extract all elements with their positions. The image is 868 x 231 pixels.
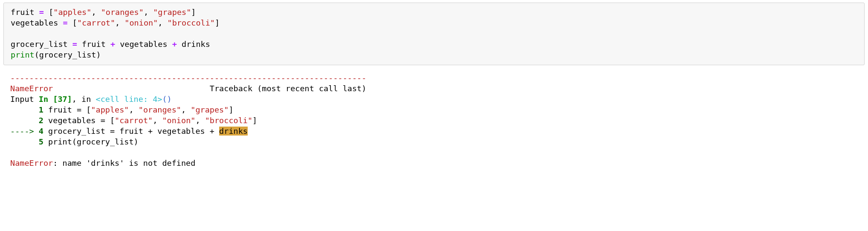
sp <box>43 105 48 114</box>
tok: vegetables <box>157 127 210 136</box>
tok: "carrot" <box>115 116 153 125</box>
tok: = <box>101 116 105 125</box>
tok: ] <box>252 116 257 125</box>
notebook-cell: fruit = ["apples", "oranges", "grapes"] … <box>0 3 868 170</box>
assign-op: = <box>68 40 82 49</box>
paren-close: ) <box>96 50 101 59</box>
output-traceback: ----------------------------------------… <box>3 71 865 170</box>
comma: , <box>91 8 101 17</box>
indent <box>10 137 39 146</box>
code-line-1: fruit = ["apples", "oranges", "grapes"] <box>11 8 196 17</box>
tok: = <box>110 127 115 136</box>
traceback-rule: ----------------------------------------… <box>10 73 366 82</box>
tok: "oranges" <box>139 105 181 114</box>
arg-grocery-list: grocery_list <box>39 50 96 59</box>
spacer <box>53 84 210 93</box>
tok: ] <box>229 105 233 114</box>
sp <box>81 105 86 114</box>
code-line-5: print(grocery_list) <box>11 50 101 59</box>
comma: , <box>115 18 124 27</box>
var-vegetables: vegetables <box>11 18 58 27</box>
traceback-src-line-2: 2 vegetables = ["carrot", "onion", "broc… <box>10 116 257 125</box>
indent <box>10 116 39 125</box>
error-name: NameError <box>10 84 53 93</box>
bracket-open: [ <box>72 18 77 27</box>
tok: , <box>195 116 205 125</box>
tok: [ <box>110 116 115 125</box>
traceback-final: NameError: name 'drinks' is not defined <box>10 159 195 167</box>
var-ref-drinks: drinks <box>182 40 210 49</box>
highlighted-name-drinks: drinks <box>219 127 248 136</box>
tok: "grapes" <box>191 105 229 114</box>
traceback-src-line-4: ----> 4 grocery_list = fruit + vegetable… <box>10 127 248 136</box>
string-literal: "carrot" <box>77 18 115 27</box>
tok: "onion" <box>162 116 195 125</box>
tok: ( <box>72 137 77 146</box>
traceback-src-line-1: 1 fruit = ["apples", "oranges", "grapes"… <box>10 105 234 114</box>
traceback-header: NameError Traceback (most recent call la… <box>10 84 366 93</box>
tok: = <box>77 105 81 114</box>
tok: ) <box>134 137 139 146</box>
tok: + <box>148 127 153 136</box>
tok: grocery_list <box>48 127 110 136</box>
bracket-open: [ <box>49 8 53 17</box>
sp <box>153 127 157 136</box>
string-literal: "grapes" <box>153 8 191 17</box>
traceback-src-line-5: 5 print(grocery_list) <box>10 137 139 146</box>
bracket-close: ] <box>215 18 220 27</box>
var-ref-vegetables: vegetables <box>120 40 167 49</box>
in-comma: , in <box>72 95 96 104</box>
tok: "apples" <box>91 105 129 114</box>
lineno-2: 2 <box>39 116 43 125</box>
lineno-4: 4 <box>39 127 43 136</box>
var-fruit: fruit <box>11 8 35 17</box>
sp <box>43 116 48 125</box>
traceback-input-line: Input In [37], in <cell line: 4>() <box>10 95 172 104</box>
code-line-2: vegetables = ["carrot", "onion", "brocco… <box>11 18 220 27</box>
tok: grocery_list <box>77 137 134 146</box>
cell-line-ref: <cell line: 4> <box>96 95 162 104</box>
tok: , <box>153 116 162 125</box>
plus-op: + <box>106 40 120 49</box>
assign-op: = <box>58 18 72 27</box>
var-ref-fruit: fruit <box>82 40 106 49</box>
assign-op: = <box>35 8 49 17</box>
final-error-name: NameError <box>10 159 53 167</box>
sp <box>214 127 219 136</box>
paren-open: ( <box>35 50 39 59</box>
var-grocery-list: grocery_list <box>11 40 68 49</box>
sp <box>43 137 48 146</box>
in-number: In [37] <box>39 95 72 104</box>
sp <box>105 116 110 125</box>
code-input-cell[interactable]: fruit = ["apples", "oranges", "grapes"] … <box>3 3 865 65</box>
tok: vegetables <box>48 116 101 125</box>
final-error-msg: : name 'drinks' is not defined <box>53 159 195 167</box>
code-line-4: grocery_list = fruit + vegetables + drin… <box>11 40 210 49</box>
lineno-1: 1 <box>39 105 43 114</box>
call-parens: () <box>162 95 171 104</box>
bracket-close: ] <box>191 8 196 17</box>
tok: fruit <box>48 105 77 114</box>
sp <box>43 127 48 136</box>
string-literal: "apples" <box>53 8 91 17</box>
indent <box>10 105 39 114</box>
tok: fruit <box>119 127 148 136</box>
input-label: Input <box>10 95 39 104</box>
sp <box>115 127 119 136</box>
tok: "broccoli" <box>205 116 252 125</box>
error-arrow: ----> <box>10 127 39 136</box>
plus-op: + <box>168 40 182 49</box>
string-literal: "onion" <box>124 18 158 27</box>
tok: [ <box>86 105 91 114</box>
tok: , <box>181 105 191 114</box>
traceback-label: Traceback (most recent call last) <box>210 84 367 93</box>
builtin-print: print <box>11 50 35 59</box>
tok: print <box>48 137 72 146</box>
comma: , <box>158 18 167 27</box>
lineno-5: 5 <box>39 137 43 146</box>
string-literal: "oranges" <box>101 8 144 17</box>
tok: , <box>129 105 138 114</box>
comma: , <box>144 8 153 17</box>
string-literal: "broccoli" <box>168 18 215 27</box>
tok: + <box>210 127 214 136</box>
